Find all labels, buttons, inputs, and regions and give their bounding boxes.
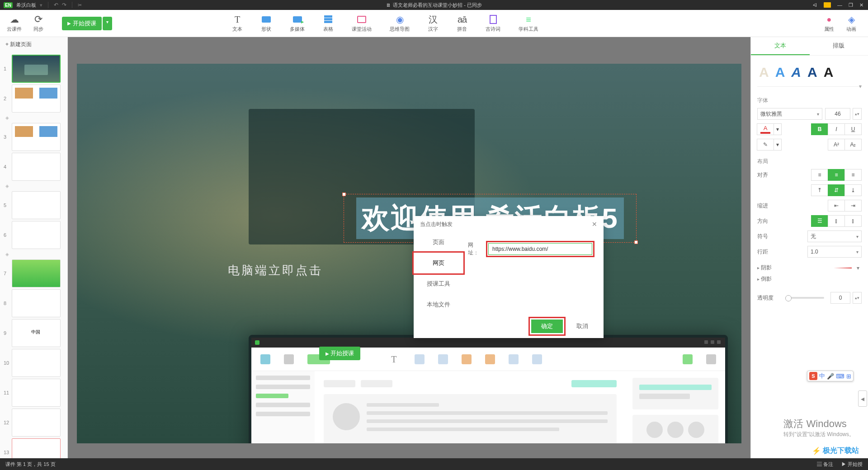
dialog-tab-page[interactable]: 页面 [414, 232, 463, 253]
slide-canvas[interactable]: 欢迎使用 希沃白板5 电脑端立即点击 播授课之旅 T [77, 64, 741, 443]
slide-thumb-7[interactable] [12, 259, 61, 287]
slide-thumb-2[interactable] [12, 85, 61, 113]
new-page-button[interactable]: + 新建页面 [0, 37, 67, 52]
indent-decrease-button[interactable]: ⇤ [828, 200, 845, 212]
slide-thumb-1[interactable] [12, 55, 61, 83]
align-left-button[interactable]: ≡ [811, 169, 828, 181]
text-preset-4[interactable]: A [807, 65, 817, 80]
tool-properties[interactable]: 属性 [824, 14, 835, 33]
section-marker-icon: ◈ [0, 182, 67, 190]
bold-button[interactable]: B [811, 123, 828, 135]
app-name: 希沃白板 [16, 2, 36, 9]
italic-button[interactable]: I [828, 123, 845, 135]
slide-thumb-9[interactable] [12, 319, 61, 347]
panel-tab-text[interactable]: 文本 [751, 37, 810, 55]
opacity-stepper[interactable]: ▴▾ [853, 292, 862, 304]
tool-activity[interactable]: 课堂活动 [352, 14, 372, 33]
tool-pinyin[interactable]: aā拼音 [457, 14, 467, 33]
font-color-button[interactable]: A [757, 123, 774, 135]
doc-title: 语文老师必看的互动课堂小妙招 - 已同步 [393, 2, 482, 9]
tool-table[interactable]: 表格 [323, 14, 334, 33]
canvas-area[interactable]: 欢迎使用 希沃白板5 电脑端立即点击 播授课之旅 T [68, 37, 750, 470]
font-color-dropdown[interactable]: ▾ [774, 123, 782, 135]
shadow-section[interactable]: 阴影 [757, 264, 775, 272]
opacity-value[interactable]: 0 [830, 292, 850, 304]
bullet-select[interactable]: 无 [807, 230, 862, 242]
slide-thumb-10[interactable] [12, 349, 61, 377]
mail-icon[interactable] [824, 2, 831, 8]
minimize-icon[interactable]: — [837, 2, 842, 8]
url-label: 网址： [468, 241, 483, 257]
hyperlink-dialog: 当点击时触发 ✕ 页面 网页 授课工具 本地文件 网址： [414, 216, 604, 338]
mock-app-window: T 开始授课 [249, 335, 728, 443]
start-teaching-button[interactable]: 开始授课 [62, 17, 102, 30]
play-from-current-button[interactable]: ▶ 开始授 [841, 461, 863, 468]
tool-media[interactable]: 多媒体 [290, 14, 305, 33]
notes-button[interactable]: ▤ 备注 [817, 461, 833, 468]
tool-animation[interactable]: 动画 [846, 14, 857, 33]
ime-toolbar[interactable]: S 中🎤⌨⊞ [807, 371, 854, 381]
tool-poem[interactable]: 古诗词 [486, 14, 500, 33]
font-family-select[interactable]: 微软雅黑 [757, 108, 822, 120]
undo-icon[interactable]: ↶ [54, 2, 58, 8]
side-expand-button[interactable]: ◂ [858, 390, 867, 407]
cut-icon[interactable]: ✂ [78, 2, 82, 8]
section-marker-icon: ◈ [0, 113, 67, 122]
valign-top-button[interactable]: ⤒ [811, 184, 828, 196]
sync-button[interactable]: 同步 [33, 14, 44, 33]
tool-mindmap[interactable]: 思维导图 [390, 14, 410, 33]
direction-v2-button[interactable]: ⫿ [844, 215, 862, 227]
main-toolbar: ☁ 云课件 同步 开始授课 ▾ T文本 形状 多媒体 表格 课堂活动 思维导图 … [0, 10, 868, 37]
font-size-input[interactable]: 46 [825, 108, 850, 120]
slide-thumb-4[interactable] [12, 153, 61, 181]
slide-thumb-12[interactable] [12, 409, 61, 437]
direction-v1-button[interactable]: ⫿ [828, 215, 845, 227]
highlight-button[interactable]: ✎ [757, 139, 774, 150]
tool-text[interactable]: T文本 [232, 14, 243, 33]
redo-icon[interactable]: ↷ [62, 2, 66, 8]
indent-increase-button[interactable]: ⇥ [844, 200, 862, 212]
dialog-tab-file[interactable]: 本地文件 [414, 294, 463, 315]
slide-thumb-8[interactable] [12, 289, 61, 317]
mock-start-button: 开始授课 [319, 347, 360, 360]
dialog-tab-tool[interactable]: 授课工具 [414, 273, 463, 294]
align-right-button[interactable]: ≡ [844, 169, 862, 181]
layout-section-label: 布局 [757, 158, 862, 165]
linespace-select[interactable]: 1.0 [807, 246, 862, 258]
ok-button[interactable]: 确定 [531, 320, 563, 333]
tool-subject[interactable]: 学科工具 [519, 14, 538, 33]
url-input[interactable] [488, 243, 592, 255]
slide-panel: + 新建页面 1 2 ◈ 3 4 ◈ 5 6 ◈ 7 8 9 10 11 12 … [0, 37, 68, 470]
text-preset-3[interactable]: A [791, 65, 801, 80]
share-icon[interactable]: ⩤ [812, 2, 817, 8]
opacity-slider[interactable] [785, 297, 824, 299]
slide-thumb-3[interactable] [12, 123, 61, 151]
tool-shape[interactable]: 形状 [261, 14, 272, 33]
panel-tab-layout[interactable]: 排版 [810, 37, 868, 55]
start-teaching-dropdown[interactable]: ▾ [103, 17, 112, 30]
cloud-courseware-button[interactable]: ☁ 云课件 [7, 14, 22, 33]
close-icon[interactable]: ✕ [859, 2, 863, 8]
titlebar: EN 希沃白板 ▾ ↶ ↷ ✂ 🗎 语文老师必看的互动课堂小妙招 - 已同步 ⩤… [0, 0, 868, 10]
text-preset-5[interactable]: A [824, 65, 834, 80]
font-size-stepper[interactable]: ▴▾ [853, 108, 862, 120]
cancel-button[interactable]: 取消 [575, 320, 590, 333]
direction-h-button[interactable]: ☰ [811, 215, 828, 227]
align-center-button[interactable]: ≡ [828, 169, 845, 181]
slide-thumb-6[interactable] [12, 221, 61, 249]
tool-hanzi[interactable]: 汉汉字 [428, 14, 439, 33]
slide-thumb-5[interactable] [12, 191, 61, 219]
text-preset-2[interactable]: A [775, 65, 785, 80]
maximize-icon[interactable]: ❐ [849, 2, 853, 8]
dialog-close-icon[interactable]: ✕ [592, 221, 597, 228]
reflect-section[interactable]: 倒影 [757, 275, 775, 283]
subscript-button[interactable]: A₂ [844, 139, 862, 150]
valign-middle-button[interactable]: ⇵ [828, 184, 845, 196]
slide-thumb-11[interactable] [12, 379, 61, 407]
valign-bottom-button[interactable]: ⤓ [844, 184, 862, 196]
dialog-tab-web[interactable]: 网页 [412, 251, 465, 275]
text-preset-1[interactable]: A [759, 65, 769, 80]
highlight-dropdown[interactable]: ▾ [774, 139, 782, 150]
underline-button[interactable]: U [844, 123, 862, 135]
superscript-button[interactable]: A² [828, 139, 845, 150]
